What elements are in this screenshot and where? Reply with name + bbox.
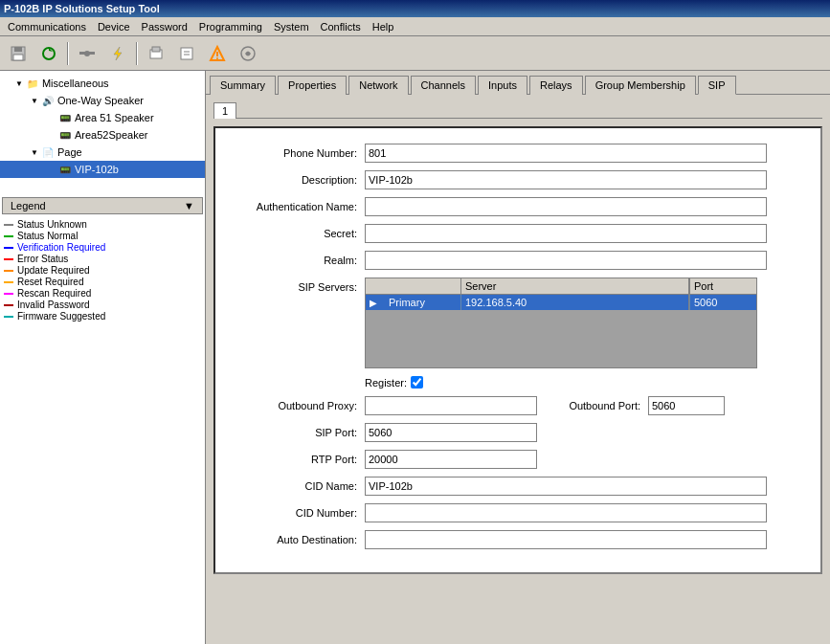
legend-label-rescan: Rescan Required	[17, 288, 91, 299]
expand-page[interactable]: ▼	[31, 148, 38, 157]
toolbar-btn5[interactable]	[203, 40, 232, 67]
tree-label-miscellaneous: Miscellaneous	[42, 78, 109, 89]
tree-item-miscellaneous[interactable]: ▼ 📁 Miscellaneous	[0, 75, 205, 92]
tree-item-page[interactable]: ▼ 📄 Page	[0, 144, 205, 161]
svg-point-7	[84, 51, 90, 56]
tree-item-area52[interactable]: 📟 Area52Speaker	[0, 126, 205, 144]
outbound-port-input[interactable]	[648, 396, 725, 415]
legend-container: Legend ▼ Status Unknown Status Normal Ve…	[0, 197, 205, 324]
cid-name-row: CID Name:	[231, 477, 805, 496]
register-label: Register:	[365, 377, 407, 389]
toolbar-connect-btn[interactable]	[73, 40, 101, 67]
outbound-proxy-input[interactable]	[365, 396, 537, 415]
register-checkbox[interactable]	[411, 376, 423, 389]
legend-icon-error	[4, 258, 13, 260]
legend-label-error: Error Status	[17, 254, 68, 264]
toolbar-lightning-btn[interactable]	[103, 40, 132, 67]
sip-cell-server: 192.168.5.40	[461, 295, 689, 310]
legend-icon-unknown	[4, 224, 13, 226]
tab-channels[interactable]: Channels	[411, 76, 476, 95]
svg-point-16	[216, 57, 218, 59]
tree-label-vip102b: VIP-102b	[75, 164, 119, 175]
menu-conflicts[interactable]: Conflicts	[315, 19, 367, 34]
sip-port-label: SIP Port:	[231, 427, 365, 438]
tree-label-oneway: One-Way Speaker	[57, 95, 144, 106]
menu-help[interactable]: Help	[367, 19, 400, 34]
sip-header-port: Port	[689, 278, 756, 294]
description-input-wrapper	[365, 170, 767, 189]
tab-relays[interactable]: Relays	[529, 76, 583, 95]
realm-input-wrapper	[365, 251, 767, 270]
menu-programming[interactable]: Programming	[193, 19, 268, 34]
register-row: Register:	[231, 376, 805, 389]
tab-group-membership[interactable]: Group Membership	[585, 76, 696, 95]
legend-icon-reset	[4, 281, 13, 283]
sip-port-input[interactable]	[365, 423, 537, 442]
phone-number-label: Phone Number:	[231, 147, 365, 159]
app-title: P-102B IP Solutions Setup Tool	[4, 3, 160, 14]
legend-label-unknown: Status Unknown	[17, 219, 87, 230]
auto-destination-label: Auto Destination:	[231, 534, 365, 545]
sip-servers-row: SIP Servers: Server Port ▶ Primar	[231, 278, 805, 368]
legend-label-invalid-pw: Invalid Password	[17, 300, 90, 310]
sip-port-row: SIP Port:	[231, 423, 805, 442]
legend-header[interactable]: Legend ▼	[2, 197, 203, 214]
realm-input[interactable]	[365, 251, 767, 270]
tab-sip[interactable]: SIP	[698, 76, 736, 95]
menu-device[interactable]: Device	[92, 19, 136, 34]
outbound-port-label: Outbound Port:	[552, 400, 648, 411]
toolbar-save-btn[interactable]	[4, 40, 33, 67]
tab-inputs[interactable]: Inputs	[478, 76, 527, 95]
secret-input-wrapper	[365, 224, 767, 243]
legend-icon-firmware	[4, 316, 13, 318]
outbound-proxy-label: Outbound Proxy:	[231, 400, 365, 411]
tab-summary[interactable]: Summary	[210, 76, 276, 95]
secret-input[interactable]	[365, 224, 767, 243]
legend-title: Legend	[11, 200, 46, 211]
tree-item-oneway-speaker[interactable]: ▼ 🔊 One-Way Speaker	[0, 92, 205, 109]
tab-properties[interactable]: Properties	[278, 76, 347, 95]
cid-number-row: CID Number:	[231, 503, 805, 522]
toolbar-refresh-btn[interactable]	[34, 40, 63, 67]
folder-icon-miscellaneous: 📁	[25, 76, 40, 91]
legend-icon-verification	[4, 247, 13, 249]
auth-name-input[interactable]	[365, 197, 767, 216]
svg-rect-10	[152, 47, 160, 52]
cid-name-input[interactable]	[365, 477, 767, 496]
menu-password[interactable]: Password	[136, 19, 193, 34]
phone-number-input-wrapper	[365, 144, 767, 163]
toolbar-sep1	[67, 42, 69, 65]
realm-label: Realm:	[231, 255, 365, 266]
realm-row: Realm:	[231, 251, 805, 270]
description-input[interactable]	[365, 170, 767, 189]
cid-number-label: CID Number:	[231, 507, 365, 519]
toolbar-btn6[interactable]	[234, 40, 262, 67]
toolbar-btn4[interactable]	[172, 40, 201, 67]
tree-item-vip102b[interactable]: 📟 VIP-102b	[0, 161, 205, 178]
legend-item-update: Update Required	[4, 265, 201, 276]
main-area: ▼ 📁 Miscellaneous ▼ 🔊 One-Way Speaker 📟 …	[0, 71, 830, 644]
legend-item-unknown: Status Unknown	[4, 219, 201, 230]
sub-tab-1[interactable]: 1	[213, 102, 236, 119]
sip-cell-type: Primary	[385, 295, 461, 310]
toolbar-btn3[interactable]	[142, 40, 170, 67]
area52-icon: 📟	[57, 127, 73, 143]
expand-oneway[interactable]: ▼	[31, 97, 38, 105]
rtp-port-input[interactable]	[365, 450, 537, 469]
speaker-icon: 🔊	[40, 93, 56, 108]
cid-number-input[interactable]	[365, 503, 767, 522]
menu-communications[interactable]: Communications	[2, 19, 92, 34]
cid-number-input-wrapper	[365, 503, 767, 522]
expand-miscellaneous[interactable]: ▼	[15, 79, 23, 88]
tab-network[interactable]: Network	[348, 76, 408, 95]
svg-marker-8	[114, 47, 122, 60]
tree-item-area51[interactable]: 📟 Area 51 Speaker	[0, 109, 205, 126]
sip-table-row-primary[interactable]: ▶ Primary 192.168.5.40 5060	[366, 295, 756, 310]
auto-destination-input[interactable]	[365, 530, 767, 549]
menu-system[interactable]: System	[268, 19, 315, 34]
sub-tabs: 1	[213, 102, 822, 119]
phone-number-input[interactable]	[365, 144, 767, 163]
toolbar	[0, 36, 830, 71]
legend-item-invalid-pw: Invalid Password	[4, 300, 201, 310]
auto-destination-input-wrapper	[365, 530, 767, 549]
